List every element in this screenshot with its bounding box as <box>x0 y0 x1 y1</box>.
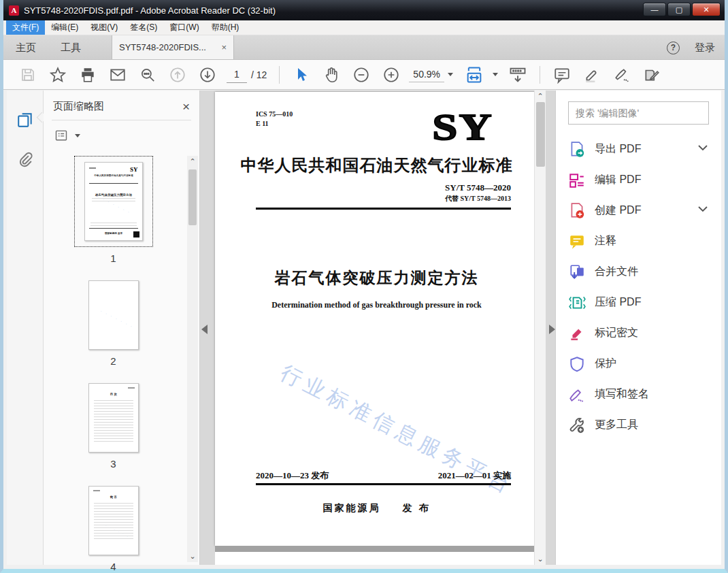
search-zoom-icon[interactable] <box>137 65 158 85</box>
pdf-page-1: ICS 75—010 E 11 SY 中华人民共和国石油天然气行业标准 SY/T… <box>215 92 538 546</box>
standard-replaces: 代替 SY/T 5748—2013 <box>445 194 511 203</box>
tab-close-icon[interactable]: × <box>221 42 227 52</box>
print-icon[interactable] <box>78 65 98 85</box>
close-button[interactable]: ✕ <box>692 3 721 16</box>
main-toolbar: / 12 50.9% <box>3 60 725 90</box>
tool-combine-files[interactable]: 合并文件 <box>568 257 709 287</box>
standard-header-cn: 中华人民共和国石油天然气行业标准 <box>215 154 538 176</box>
next-page-icon[interactable] <box>197 65 218 85</box>
page-thumbnails-icon[interactable] <box>16 111 34 131</box>
highlighter-icon[interactable] <box>582 65 602 85</box>
tab-home[interactable]: 主页 <box>3 35 48 59</box>
document-title-cn: 岩石气体突破压力测定方法 <box>215 267 538 289</box>
favorite-star-icon[interactable] <box>48 65 68 85</box>
fit-width-icon[interactable] <box>464 65 484 85</box>
publisher-name: 国家能源局 <box>323 502 381 513</box>
stamp-pen-icon[interactable] <box>642 65 662 85</box>
document-title-en: Determination method of gas breakthrough… <box>215 300 538 310</box>
publish-word: 发 布 <box>403 502 431 513</box>
protect-shield-icon <box>568 355 586 373</box>
hide-toolbar-icon[interactable] <box>508 65 528 85</box>
combine-files-icon <box>568 263 586 281</box>
page-number-input[interactable] <box>227 67 247 83</box>
acrobat-window: SYT5748-2020FDIS.pdf.pdf - Adobe Acrobat… <box>0 0 728 573</box>
tab-bar: 主页 工具 SYT5748-2020FDIS... × ? 登录 <box>3 35 725 60</box>
header-rule <box>256 208 511 210</box>
thumbnail-label: 1 <box>110 252 116 264</box>
zoom-in-icon[interactable] <box>381 65 401 85</box>
tool-create-pdf[interactable]: 创建 PDF <box>568 195 709 226</box>
thumbnails-options-button[interactable] <box>44 120 199 150</box>
thumbnail-page-4[interactable]: 前 言 · · · · · · 4 <box>88 486 139 572</box>
edit-pdf-icon <box>568 171 586 189</box>
thumbnails-close-icon[interactable]: × <box>182 102 190 112</box>
create-pdf-icon <box>568 202 586 220</box>
menu-sign[interactable]: 签名(S) <box>124 20 163 35</box>
fit-dropdown-caret-icon[interactable] <box>493 73 498 76</box>
menu-file[interactable]: 文件(F) <box>6 20 45 35</box>
tool-redact[interactable]: 标记密文 <box>568 318 709 348</box>
thumbnail-page-3[interactable]: 目 次 3 <box>88 383 139 470</box>
tool-fill-sign[interactable]: 填写和签名 <box>568 379 709 410</box>
comment-note-icon <box>568 233 586 250</box>
comment-icon[interactable] <box>552 65 572 85</box>
restore-button[interactable]: ▢ <box>667 3 691 16</box>
more-tools-wrench-icon <box>568 416 586 434</box>
pdf-app-icon <box>9 5 19 16</box>
thumbnail-page-1[interactable]: SY 中华人民共和国石油天然气行业标准 岩石气体突破压力测定方法 · · · ·… <box>74 156 153 264</box>
save-icon[interactable] <box>18 65 38 85</box>
menu-edit[interactable]: 编辑(E) <box>45 20 84 35</box>
page-count-label: / 12 <box>251 69 267 80</box>
scroll-down-icon[interactable]: ⌄ <box>187 552 198 561</box>
viewer-scrollbar[interactable]: ⌃ ⌄ <box>534 91 546 565</box>
tab-document[interactable]: SYT5748-2020FDIS... × <box>112 35 233 59</box>
zoom-out-icon[interactable] <box>351 65 371 85</box>
title-bar: SYT5748-2020FDIS.pdf.pdf - Adobe Acrobat… <box>3 0 725 20</box>
select-tool-icon[interactable] <box>291 65 312 85</box>
export-pdf-icon <box>568 141 586 159</box>
minimize-button[interactable]: — <box>643 3 666 16</box>
issue-date: 2020—10—23 发布 <box>256 470 329 482</box>
thumbnail-label: 3 <box>110 458 116 470</box>
help-icon[interactable]: ? <box>667 42 680 54</box>
tool-edit-pdf[interactable]: 编辑 PDF <box>568 165 709 195</box>
tool-more-tools[interactable]: 更多工具 <box>568 410 709 440</box>
tool-export-pdf[interactable]: 导出 PDF <box>568 134 709 165</box>
zoom-dropdown-caret-icon[interactable] <box>448 73 453 76</box>
page-separator <box>215 546 538 552</box>
footer-rule <box>256 483 511 485</box>
collapse-right-panel-icon[interactable] <box>549 325 555 334</box>
compress-pdf-icon <box>568 294 586 312</box>
tab-document-label: SYT5748-2020FDIS... <box>119 42 217 52</box>
thumbnails-scroll-thumb[interactable] <box>188 169 197 225</box>
attachments-paperclip-icon[interactable] <box>16 150 34 171</box>
tool-comment[interactable]: 注释 <box>568 226 709 257</box>
standard-number: SY/T 5748—2020 <box>445 182 511 193</box>
menu-help[interactable]: 帮助(H) <box>205 20 246 35</box>
left-icon-rail <box>7 91 44 565</box>
document-viewer[interactable]: ICS 75—010 E 11 SY 中华人民共和国石油天然气行业标准 SY/T… <box>200 91 555 565</box>
publisher-line: 国家能源局 发 布 <box>215 502 538 514</box>
thumbnail-page-2[interactable]: · · · · · · · 2 <box>88 280 139 367</box>
viewer-scroll-thumb[interactable] <box>536 102 545 167</box>
implementation-date: 2021—02—01 实施 <box>438 470 511 482</box>
hand-tool-icon[interactable] <box>321 65 342 85</box>
ics-code: ICS 75—010 E 11 <box>256 110 293 129</box>
email-icon[interactable] <box>107 65 128 85</box>
viewer-scroll-up-icon[interactable]: ⌃ <box>535 92 546 101</box>
tool-compress-pdf[interactable]: 压缩 PDF <box>568 287 709 318</box>
tab-tools[interactable]: 工具 <box>48 35 93 59</box>
scroll-up-icon[interactable]: ⌃ <box>187 157 198 166</box>
zoom-level-value[interactable]: 50.9% <box>409 67 444 82</box>
menu-view[interactable]: 视图(V) <box>84 20 124 35</box>
tools-search-input[interactable] <box>568 101 709 125</box>
menu-window[interactable]: 窗口(W) <box>163 20 205 35</box>
thumbnail-label: 4 <box>110 561 116 572</box>
tool-protect[interactable]: 保护 <box>568 348 709 379</box>
collapse-left-panel-icon[interactable] <box>201 325 208 334</box>
previous-page-icon[interactable] <box>167 65 188 85</box>
viewer-scroll-down-icon[interactable]: ⌄ <box>535 555 546 563</box>
signin-button[interactable]: 登录 <box>695 42 715 54</box>
thumbnails-scrollbar[interactable]: ⌃ ⌄ <box>187 156 198 562</box>
fill-sign-icon[interactable] <box>612 65 632 85</box>
